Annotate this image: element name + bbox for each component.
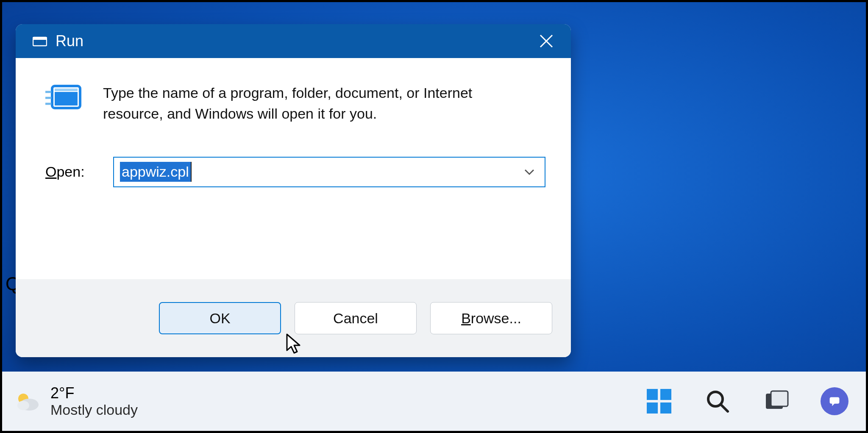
- dialog-body: Type the name of a program, folder, docu…: [16, 58, 571, 279]
- svg-rect-21: [771, 391, 788, 406]
- search-button[interactable]: [703, 387, 732, 416]
- run-dialog-window: Run Type the name of a program, folde: [16, 24, 571, 357]
- run-icon: [45, 83, 83, 113]
- dialog-button-row: OK Cancel Browse...: [16, 279, 571, 357]
- weather-icon: [15, 390, 40, 412]
- open-label: Open:: [45, 164, 96, 180]
- start-button[interactable]: [645, 387, 673, 416]
- open-combobox[interactable]: appwiz.cpl: [113, 157, 545, 187]
- svg-line-19: [721, 405, 728, 411]
- combobox-dropdown-button[interactable]: [523, 166, 535, 178]
- svg-rect-1: [33, 37, 47, 40]
- svg-rect-5: [55, 92, 78, 105]
- dialog-description: Type the name of a program, folder, docu…: [103, 83, 535, 125]
- svg-point-13: [17, 401, 29, 410]
- open-input-value[interactable]: appwiz.cpl: [120, 162, 192, 182]
- svg-rect-16: [647, 402, 658, 414]
- svg-rect-14: [647, 389, 658, 400]
- chat-icon: [821, 387, 849, 415]
- task-view-button[interactable]: [762, 387, 790, 416]
- browse-button[interactable]: Browse...: [430, 302, 552, 334]
- svg-rect-15: [660, 389, 671, 400]
- run-titlebar-icon: [33, 36, 47, 47]
- svg-rect-6: [55, 89, 78, 91]
- cancel-button[interactable]: Cancel: [295, 302, 417, 334]
- svg-rect-17: [660, 402, 671, 414]
- close-button[interactable]: [539, 33, 554, 49]
- ok-button[interactable]: OK: [159, 302, 281, 334]
- titlebar[interactable]: Run: [16, 24, 571, 58]
- weather-temperature: 2°F: [50, 384, 138, 402]
- weather-condition: Mostly cloudy: [50, 402, 138, 418]
- taskbar-weather-widget[interactable]: 2°F Mostly cloudy: [15, 384, 138, 418]
- taskbar[interactable]: 2°F Mostly cloudy: [2, 372, 866, 431]
- svg-rect-22: [830, 397, 840, 404]
- window-title: Run: [56, 32, 83, 50]
- chat-button[interactable]: [820, 387, 849, 416]
